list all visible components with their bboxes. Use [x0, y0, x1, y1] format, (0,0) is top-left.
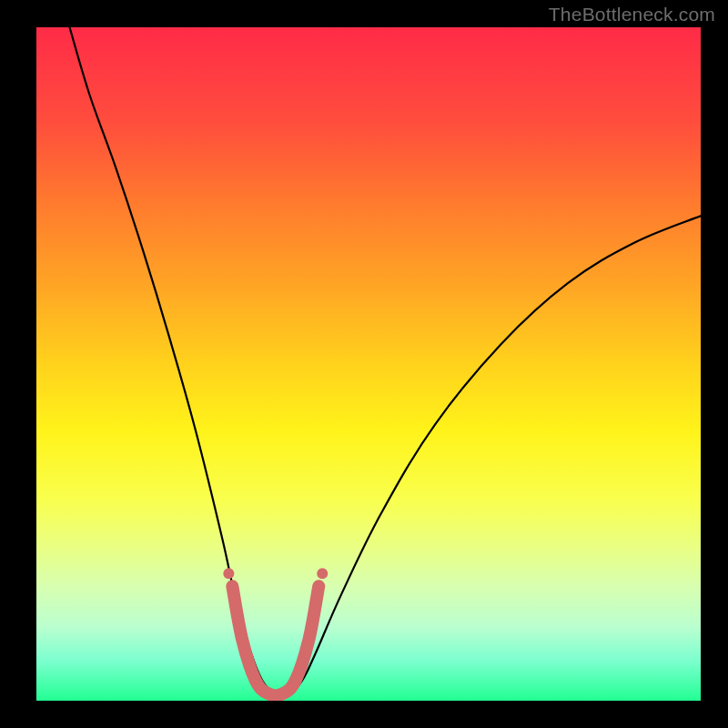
outer-frame: TheBottleneck.com: [0, 0, 728, 728]
overlay-end-dots: [223, 568, 328, 579]
overlay-bottom-segment: [232, 586, 318, 695]
watermark-text: TheBottleneck.com: [549, 4, 715, 25]
overlay-dot: [223, 568, 234, 579]
plot-area: [36, 27, 701, 701]
overlay-dot: [317, 568, 328, 579]
chart-overlay: [36, 27, 701, 701]
bottleneck-curve: [70, 27, 702, 696]
